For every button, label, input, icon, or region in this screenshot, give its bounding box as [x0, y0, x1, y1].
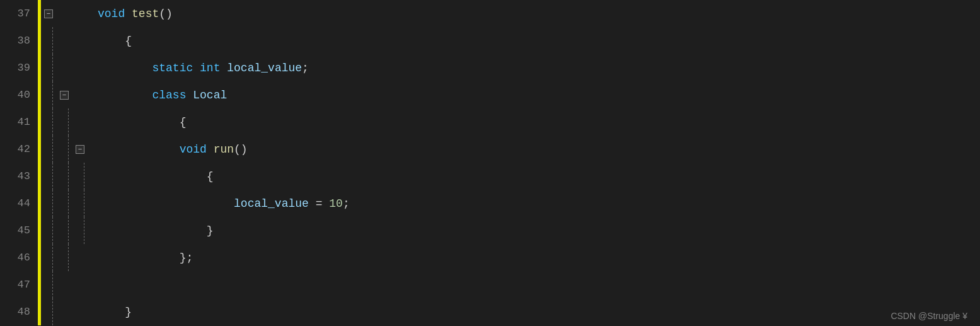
code-token: ; — [302, 62, 309, 74]
code-token: void — [180, 143, 207, 156]
fold-button[interactable]: − — [76, 145, 84, 154]
gutter-cell: − — [41, 0, 98, 27]
code-content: local_value = 10; — [98, 190, 980, 217]
code-content: { — [98, 108, 980, 136]
code-token: { — [125, 35, 132, 47]
code-token: static — [152, 62, 193, 74]
code-token — [186, 89, 193, 102]
line-number: 40 — [0, 89, 38, 101]
code-token — [220, 62, 227, 74]
code-line-45: 45 } — [0, 217, 980, 244]
code-token: void — [98, 8, 125, 20]
code-token: Local — [193, 89, 227, 102]
code-token: { — [207, 170, 214, 183]
line-number: 39 — [0, 62, 38, 74]
gutter-cell — [41, 271, 98, 298]
gutter-cell — [41, 54, 98, 81]
code-token: }; — [180, 252, 193, 264]
code-token: test — [132, 8, 159, 20]
code-line-40: 40− class Local — [0, 81, 980, 108]
code-token: } — [207, 224, 214, 237]
code-content: { — [98, 27, 980, 54]
code-token: local_value — [227, 62, 302, 74]
code-line-38: 38 { — [0, 27, 980, 54]
line-number: 46 — [0, 252, 38, 264]
line-number: 42 — [0, 143, 38, 155]
code-line-48: 48 } — [0, 298, 980, 325]
code-line-42: 42− void run() — [0, 136, 980, 163]
line-number: 38 — [0, 35, 38, 47]
gutter-cell — [41, 244, 98, 271]
code-token: ; — [343, 197, 350, 210]
code-token: class — [152, 89, 186, 102]
code-editor: 37−void test()38 {39 static int local_va… — [0, 0, 980, 326]
code-token: } — [125, 306, 132, 318]
code-token: run — [214, 143, 234, 156]
line-number: 45 — [0, 224, 38, 236]
gutter-cell: − — [41, 136, 98, 163]
fold-button[interactable]: − — [60, 91, 69, 100]
code-line-46: 46 }; — [0, 244, 980, 271]
code-line-39: 39 static int local_value; — [0, 54, 980, 81]
code-token: int — [200, 62, 220, 74]
gutter-cell: − — [41, 81, 98, 108]
line-number: 48 — [0, 306, 38, 318]
line-number: 37 — [0, 8, 38, 20]
code-token — [207, 143, 214, 156]
code-content: { — [98, 163, 980, 190]
gutter-cell — [41, 108, 98, 136]
line-number: 44 — [0, 197, 38, 209]
code-token: () — [159, 8, 173, 20]
code-token — [125, 8, 132, 20]
code-content: } — [98, 217, 980, 244]
code-line-44: 44 local_value = 10; — [0, 190, 980, 217]
code-token: () — [234, 143, 248, 156]
code-token: = — [309, 197, 329, 210]
gutter-cell — [41, 190, 98, 217]
code-content: class Local — [98, 81, 980, 108]
fold-button[interactable]: − — [44, 9, 53, 18]
code-content: }; — [98, 244, 980, 271]
gutter-cell — [41, 298, 98, 325]
code-line-43: 43 { — [0, 163, 980, 190]
code-line-47: 47 — [0, 271, 980, 298]
code-token: local_value — [234, 197, 309, 210]
line-number: 41 — [0, 116, 38, 128]
watermark: CSDN @Struggle ¥ — [891, 311, 967, 321]
code-line-37: 37−void test() — [0, 0, 980, 27]
code-content — [98, 271, 980, 298]
code-content: } — [98, 298, 980, 325]
line-number: 47 — [0, 279, 38, 291]
code-token — [193, 62, 200, 74]
line-number: 43 — [0, 170, 38, 182]
gutter-cell — [41, 27, 98, 54]
code-content: static int local_value; — [98, 54, 980, 81]
code-content: void run() — [98, 136, 980, 163]
code-token: { — [180, 116, 187, 129]
code-line-41: 41 { — [0, 108, 980, 136]
gutter-cell — [41, 217, 98, 244]
gutter-cell — [41, 163, 98, 190]
code-content: void test() — [98, 0, 980, 27]
code-token: 10 — [329, 197, 343, 210]
